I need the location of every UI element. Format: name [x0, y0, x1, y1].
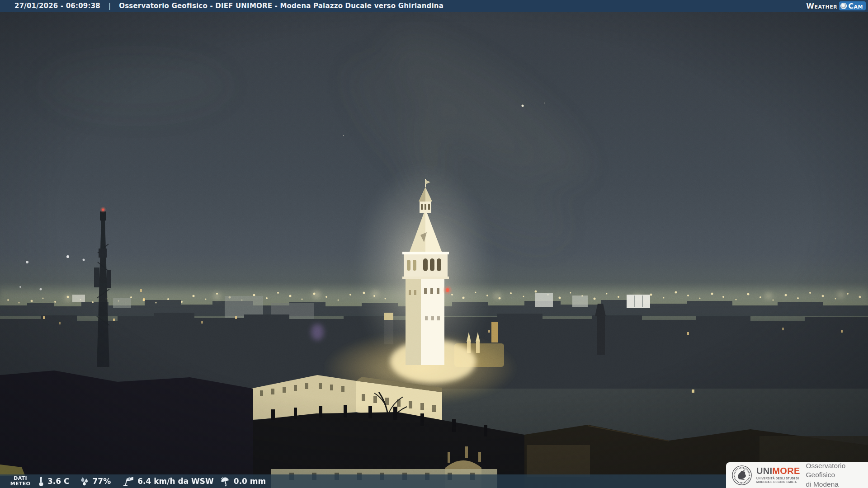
humidity-value: 77%: [93, 477, 111, 486]
rain-value: 0.0 mm: [234, 477, 266, 486]
umbrella-icon: [220, 476, 231, 487]
meteo-label-line2: METEO: [7, 481, 33, 487]
unimore-wordmark: UNIMORE UNIVERSITÀ DEGLI STUDI DI MODENA…: [756, 466, 800, 484]
unimore-seal-icon: [731, 465, 752, 486]
weathercam-badge: Cam: [839, 1, 866, 10]
timestamp: 27/01/2026 - 06:09:38: [14, 2, 100, 10]
temperature-metric: 3.6 C: [38, 476, 70, 487]
thermometer-icon: [38, 476, 44, 487]
rain-metric: 0.0 mm: [220, 476, 266, 487]
observatory-name: Osservatorio Geofisico di Modena: [806, 461, 868, 488]
humidity-metric: 77%: [80, 476, 111, 486]
windsock-icon: [123, 476, 134, 487]
meteo-label: DATI METEO: [7, 476, 33, 487]
weathercam-cam-label: Cam: [848, 2, 863, 10]
unimore-more: MORE: [772, 466, 800, 476]
unimore-subtitle-line2: MODENA E REGGIO EMILIA: [756, 480, 800, 484]
unimore-uni: UNI: [756, 466, 772, 476]
wind-metric: 6.4 km/h da WSW: [123, 476, 214, 487]
observatory-name-line1: Osservatorio Geofisico: [806, 461, 868, 479]
weathercam-weather-label: Weather: [806, 2, 837, 10]
wind-value: 6.4 km/h da WSW: [137, 477, 214, 486]
observatory-name-line2: di Modena: [806, 480, 868, 488]
webcam-frame: 27/01/2026 - 06:09:38 | Osservatorio Geo…: [0, 0, 868, 488]
caption-bar: 27/01/2026 - 06:09:38 | Osservatorio Geo…: [0, 0, 868, 12]
credit-box: UNIMORE UNIVERSITÀ DEGLI STUDI DI MODENA…: [726, 462, 868, 488]
weathercam-logo: Weather Cam: [806, 1, 866, 11]
camera-title: Osservatorio Geofisico - DIEF UNIMORE - …: [119, 2, 443, 10]
humidity-icon: [80, 476, 90, 486]
webcam-scene: [0, 0, 868, 488]
unimore-subtitle-line1: UNIVERSITÀ DEGLI STUDI DI: [756, 477, 800, 480]
camera-lens-icon: [840, 3, 847, 9]
temperature-value: 3.6 C: [47, 477, 70, 486]
separator: |: [108, 2, 111, 10]
